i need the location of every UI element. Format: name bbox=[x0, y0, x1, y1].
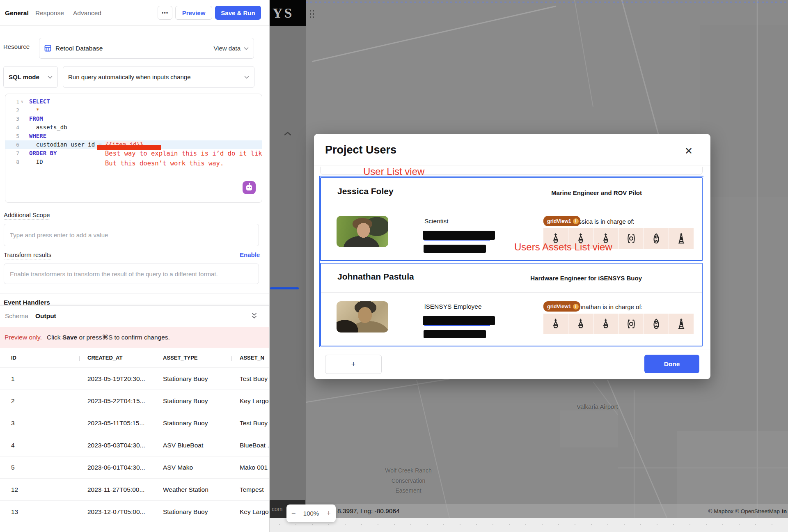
info-icon: i bbox=[573, 304, 579, 310]
zoom-out-button[interactable]: − bbox=[291, 509, 296, 518]
tab-response[interactable]: Response bbox=[35, 9, 64, 17]
in-charge-label: Jessica is in charge of: bbox=[572, 218, 635, 225]
table-cell: Stationary Buoy bbox=[155, 420, 231, 427]
resource-select[interactable]: Retool Database View data bbox=[39, 38, 254, 59]
code-line[interactable]: 2 * bbox=[5, 106, 262, 115]
code-line[interactable]: 3FROM bbox=[5, 115, 262, 123]
frame-asset-icon[interactable] bbox=[619, 314, 644, 334]
table-cell: Test Buoy bbox=[231, 420, 269, 427]
column-header[interactable]: ID bbox=[0, 355, 79, 361]
boat-asset-icon[interactable] bbox=[644, 228, 669, 249]
chevron-down-icon bbox=[244, 76, 249, 79]
mail-icon bbox=[405, 315, 416, 326]
user-name: Jessica Foley bbox=[337, 186, 394, 196]
attribution-improve-link[interactable]: In bbox=[782, 508, 787, 514]
additional-scope-input[interactable] bbox=[4, 224, 259, 246]
gridview-badge-label: gridView1 bbox=[547, 218, 571, 224]
banner-instruction: Click Save or press⌘S to confirm changes… bbox=[47, 334, 170, 341]
table-cell: Tempest bbox=[231, 486, 269, 493]
transform-results-input[interactable] bbox=[4, 264, 259, 284]
buoy-asset-icon[interactable] bbox=[568, 314, 593, 334]
sql-mode-select[interactable]: SQL mode bbox=[3, 66, 58, 88]
save-and-run-button[interactable]: Save & Run bbox=[215, 6, 261, 20]
run-behavior-select[interactable]: Run query automatically when inputs chan… bbox=[63, 66, 254, 88]
table-cell: Stationary Buoy bbox=[155, 397, 231, 405]
user-assets-grid[interactable] bbox=[543, 314, 694, 334]
drag-handle-icon[interactable] bbox=[309, 9, 315, 19]
table-cell: 2023-12-07T05:00... bbox=[79, 508, 155, 516]
logo-text-fragment: YS bbox=[269, 5, 293, 21]
close-icon[interactable]: ✕ bbox=[685, 145, 693, 157]
attribution-text[interactable]: © Mapbox © OpenStreetMap bbox=[708, 508, 780, 514]
retool-editor: General Response Advanced ••• Preview Sa… bbox=[0, 0, 788, 532]
tab-general[interactable]: General bbox=[5, 9, 29, 17]
collapse-double-chevron-icon[interactable] bbox=[251, 312, 257, 320]
user-card[interactable]: Johnathan Pastula Hardware Engineer for … bbox=[320, 263, 703, 346]
gridview-component-badge[interactable]: gridView1 i bbox=[543, 216, 580, 226]
buoy-asset-icon[interactable] bbox=[593, 314, 618, 334]
user-card[interactable]: Jessica Foley Marine Engineer and ROV Pi… bbox=[320, 177, 703, 261]
table-cell: 4 bbox=[0, 442, 79, 449]
run-behavior-label: Run query automatically when inputs chan… bbox=[68, 73, 191, 80]
table-row[interactable]: 52023-06-01T04:30...ASV MakoMako 001 bbox=[0, 456, 269, 478]
headset-icon bbox=[405, 244, 416, 255]
table-row[interactable]: 22023-05-22T04:15...Stationary BuoyKey L… bbox=[0, 390, 269, 412]
table-row[interactable]: 122023-11-27T05:00...Weather StationTemp… bbox=[0, 478, 269, 500]
done-button[interactable]: Done bbox=[644, 355, 699, 373]
table-cell: ASV BlueBoat bbox=[155, 442, 231, 449]
buoy-asset-icon[interactable] bbox=[543, 314, 568, 334]
canvas-bottom-ruler bbox=[269, 518, 788, 532]
preview-button[interactable]: Preview bbox=[175, 6, 212, 20]
divider bbox=[314, 165, 710, 165]
gridview-component-badge[interactable]: gridView1 i bbox=[543, 301, 580, 312]
zoom-level: 100% bbox=[303, 510, 319, 517]
table-cell: 2023-05-19T20:30... bbox=[79, 375, 155, 383]
database-icon bbox=[44, 45, 51, 52]
tower-asset-icon[interactable] bbox=[669, 228, 694, 249]
table-row[interactable]: 32023-05-11T05:15...Stationary BuoyTest … bbox=[0, 412, 269, 434]
info-icon: i bbox=[573, 218, 579, 224]
table-header-row: IDCREATED_ATASSET_TYPEASSET_N bbox=[0, 348, 269, 367]
column-header[interactable]: ASSET_TYPE bbox=[155, 355, 231, 361]
table-cell: 2023-11-27T05:00... bbox=[79, 486, 155, 493]
user-role-title: Marine Engineer and ROV Pilot bbox=[551, 189, 642, 196]
column-header[interactable]: ASSET_N bbox=[231, 355, 269, 361]
code-line[interactable]: 4 assets_db bbox=[5, 123, 262, 132]
zoom-in-button[interactable]: + bbox=[326, 509, 331, 518]
output-tab[interactable]: Output bbox=[35, 312, 56, 320]
more-options-button[interactable]: ••• bbox=[158, 6, 172, 20]
tab-advanced[interactable]: Advanced bbox=[73, 9, 101, 17]
bottom-text-fragment: com bbox=[269, 506, 282, 512]
mail-icon bbox=[405, 230, 416, 241]
view-data-link[interactable]: View data bbox=[213, 45, 241, 52]
column-header[interactable]: CREATED_AT bbox=[79, 355, 155, 361]
user-occupation: iSENSYS Employee bbox=[424, 303, 482, 310]
project-users-modal: Project Users ✕ User List view Jessica F… bbox=[314, 134, 710, 379]
person-icon bbox=[405, 216, 416, 227]
sql-code-editor[interactable]: 1∨SELECT2 *3FROM4 assets_db5WHERE6 custo… bbox=[5, 94, 262, 203]
logo-image: YS bbox=[269, 0, 306, 26]
schema-output-bar[interactable]: Schema Output bbox=[0, 305, 269, 327]
table-row[interactable]: 132023-12-07T05:00...Stationary BuoyKey … bbox=[0, 500, 269, 523]
chevron-up-icon[interactable] bbox=[284, 131, 291, 136]
ai-assistant-icon[interactable] bbox=[243, 181, 256, 194]
boat-asset-icon[interactable] bbox=[644, 314, 669, 334]
person-icon bbox=[405, 301, 416, 312]
transform-results-label: Transform results bbox=[4, 251, 51, 259]
table-cell: 2 bbox=[0, 397, 79, 405]
frame-asset-icon[interactable] bbox=[619, 228, 644, 249]
table-cell: 2023-05-11T05:15... bbox=[79, 420, 155, 427]
table-cell: ASV Mako bbox=[155, 464, 231, 471]
query-editor-panel: General Response Advanced ••• Preview Sa… bbox=[0, 0, 270, 532]
redaction-bar-phone bbox=[424, 330, 486, 338]
table-cell: Stationary Buoy bbox=[155, 375, 231, 383]
tower-asset-icon[interactable] bbox=[669, 314, 694, 334]
schema-tab[interactable]: Schema bbox=[5, 312, 28, 320]
table-row[interactable]: 12023-05-19T20:30...Stationary BuoyTest … bbox=[0, 367, 269, 390]
code-line[interactable]: 5WHERE bbox=[5, 132, 262, 140]
table-cell: Weather Station bbox=[155, 486, 231, 493]
code-line[interactable]: 1∨SELECT bbox=[5, 97, 262, 106]
table-row[interactable]: 42023-05-03T04:30...ASV BlueBoatBlueBoat… bbox=[0, 434, 269, 456]
add-user-button[interactable]: + bbox=[325, 355, 382, 374]
enable-transformer-link[interactable]: Enable bbox=[240, 251, 260, 258]
